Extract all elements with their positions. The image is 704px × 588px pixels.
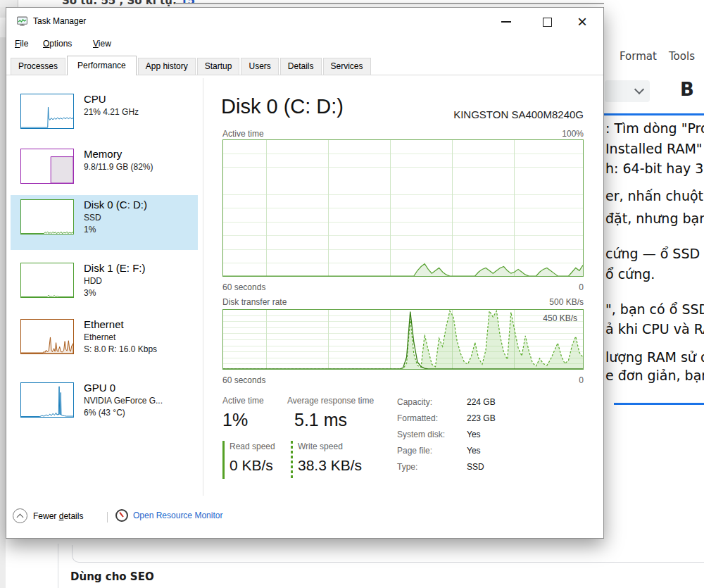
sidebar-item-gpu[interactable]: GPU 0 NVIDIA GeForce G... 6% (43 °C) <box>11 378 198 433</box>
detail-row: Capacity:224 GB <box>397 394 496 411</box>
page-left-notch <box>0 18 6 37</box>
tab-services[interactable]: Services <box>323 58 371 75</box>
maximize-icon <box>543 18 552 27</box>
sidebar-item-detail: Ethernet <box>84 332 157 344</box>
doc-seo-heading: Dùng cho SEO <box>70 570 154 583</box>
sidebar-item-detail: HDD <box>84 275 146 287</box>
task-manager-window: Task Manager × File Options View Process… <box>6 7 604 539</box>
sidebar-item-detail: NVIDIA GeForce G... <box>84 395 163 407</box>
write-speed-label: Write speed <box>298 442 343 451</box>
transfer-rate-chart: 450 KB/s <box>222 309 584 370</box>
detail-row: Type:SSD <box>397 459 496 475</box>
minimize-button[interactable] <box>492 12 520 32</box>
title-bar[interactable]: Task Manager × <box>6 8 603 35</box>
device-name: KINGSTON SA400M8240G <box>372 108 584 120</box>
detail-row: System disk:Yes <box>397 427 496 443</box>
open-resource-monitor-link[interactable]: Open Resource Monitor <box>115 509 222 522</box>
sidebar-item-detail: SSD <box>84 212 147 224</box>
sidebar-item-title: CPU <box>84 92 139 106</box>
resource-monitor-label: Open Resource Monitor <box>133 511 222 520</box>
doc-text-line: ả khi CPU và RA <box>605 320 704 337</box>
chart2-title: Disk transfer rate <box>222 297 287 307</box>
close-button[interactable]: × <box>568 12 596 32</box>
maximize-button[interactable] <box>533 12 561 32</box>
fewer-details-button[interactable]: Fewer details <box>13 508 83 523</box>
tab-processes[interactable]: Processes <box>11 58 65 75</box>
active-time-chart <box>222 139 584 277</box>
tab-details[interactable]: Details <box>280 58 322 75</box>
docs-menu-format[interactable]: Format <box>620 50 657 63</box>
doc-text-line: e đơn giản, bạn <box>605 367 704 384</box>
tab-users[interactable]: Users <box>241 58 278 75</box>
menu-options[interactable]: Options <box>43 39 72 49</box>
write-speed-value: 38.3 KB/s <box>298 457 362 474</box>
page-left-gutter <box>0 0 6 588</box>
tab-app-history[interactable]: App history <box>138 58 196 75</box>
disk-details-list: Capacity:224 GB Formatted:223 GB System … <box>397 394 496 475</box>
tab-startup[interactable]: Startup <box>197 58 240 75</box>
doc-left-border <box>58 544 58 588</box>
chart1-x-left: 60 seconds <box>222 282 265 292</box>
chevron-up-circle-icon <box>13 508 27 523</box>
close-icon: × <box>577 15 587 29</box>
doc-section-divider <box>614 403 704 405</box>
read-speed-label: Read speed <box>230 442 275 451</box>
chart2-x-left: 60 seconds <box>222 375 265 385</box>
detail-row: Page file:Yes <box>397 443 496 459</box>
page-title: Disk 0 (C: D:) <box>221 95 344 118</box>
sidebar-item-detail: 3% <box>84 287 146 299</box>
chart1-ymax: 100% <box>513 129 584 139</box>
screen: Số từ: 55 , Số kí tự: 152 Format Tools B… <box>0 0 704 588</box>
doc-card-border <box>72 545 704 563</box>
sidebar-item-memory[interactable]: Memory 9.8/11.9 GB (82%) <box>11 144 198 199</box>
chart1-x-right: 0 <box>541 282 584 292</box>
sidebar-item-ethernet[interactable]: Ethernet Ethernet S: 8.0 R: 16.0 Kbps <box>11 315 198 370</box>
menu-file[interactable]: File <box>15 39 28 49</box>
sidebar-item-title: Memory <box>84 147 153 161</box>
sidebar-item-cpu[interactable]: CPU 21% 4.21 GHz <box>11 89 198 144</box>
sidebar-item-title: Disk 1 (E: F:) <box>84 261 146 275</box>
active-time-value: 1% <box>222 410 248 430</box>
sidebar-item-detail: 9.8/11.9 GB (82%) <box>84 161 153 173</box>
doc-text-line: đặt, nhưng bạn <box>605 210 704 227</box>
docs-toolbar-underline <box>604 113 704 115</box>
cpu-mini-graph <box>20 94 74 129</box>
sidebar-item-disk1[interactable]: Disk 1 (E: F:) HDD 3% <box>11 258 198 313</box>
disk1-mini-graph <box>20 263 74 298</box>
doc-text-line: er, nhấn chuột p <box>605 187 704 204</box>
chevron-down-icon <box>634 85 644 94</box>
sidebar-item-detail: 21% 4.21 GHz <box>84 106 139 118</box>
doc-text-line: ổ cứng. <box>605 265 704 282</box>
tab-strip: Processes Performance App history Startu… <box>6 57 603 75</box>
doc-text-line: lượng RAM sử d <box>605 349 704 365</box>
sidebar-separator <box>203 78 203 496</box>
fewer-details-label: Fewer details <box>33 511 83 521</box>
memory-mini-graph <box>20 149 74 184</box>
read-speed-legend-line <box>222 441 225 479</box>
docs-menu-tools[interactable]: Tools <box>669 50 695 63</box>
doc-text-line: : Tìm dòng "Pro <box>605 120 704 137</box>
sidebar-item-disk0[interactable]: Disk 0 (C: D:) SSD 1% <box>11 195 198 250</box>
write-speed-legend-line <box>291 441 293 479</box>
gpu-mini-graph <box>20 382 74 418</box>
chart1-title: Active time <box>222 129 264 139</box>
resource-monitor-gauge-icon <box>115 509 128 522</box>
chart2-inner-scale: 450 KB/s <box>543 313 577 323</box>
menu-bar: File Options View <box>6 36 603 54</box>
docs-bold-button[interactable]: B <box>680 79 694 100</box>
menu-view[interactable]: View <box>93 39 111 49</box>
sidebar-item-detail: S: 8.0 R: 16.0 Kbps <box>84 344 157 356</box>
doc-text-line: Installed RAM" <box>605 140 704 157</box>
toolbar-corner-cell <box>0 0 18 7</box>
read-speed-value: 0 KB/s <box>230 457 273 474</box>
tab-performance[interactable]: Performance <box>67 56 137 75</box>
sidebar-item-title: GPU 0 <box>84 381 163 395</box>
docs-style-dropdown[interactable] <box>605 80 650 102</box>
chart2-x-right: 0 <box>541 375 584 385</box>
avg-response-label: Average response time <box>287 396 374 406</box>
sidebar-item-title: Ethernet <box>84 318 157 332</box>
sidebar-item-detail: 6% (43 °C) <box>84 407 163 419</box>
doc-text-line: ", bạn có ổ SSD <box>605 301 704 318</box>
word-count-text: Số từ: 55 , Số kí tự: <box>62 0 180 7</box>
ethernet-mini-graph <box>20 319 74 354</box>
